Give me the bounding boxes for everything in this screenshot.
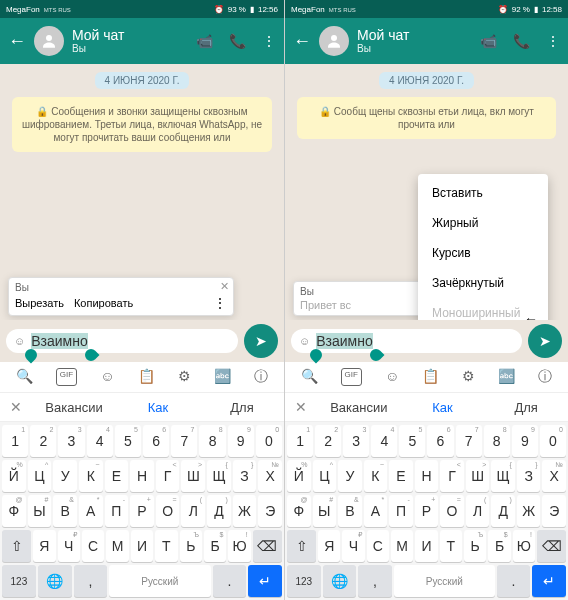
key-2[interactable]: 22 xyxy=(315,425,341,457)
close-suggestions-icon[interactable]: ✕ xyxy=(285,393,317,421)
key-Я[interactable]: Я xyxy=(318,530,340,562)
key-Ц[interactable]: ^Ц xyxy=(313,460,337,492)
key-2[interactable]: 22 xyxy=(30,425,56,457)
cut-action[interactable]: Вырезать xyxy=(15,297,64,309)
key-Щ[interactable]: {Щ xyxy=(491,460,515,492)
emoji-icon[interactable]: ☺ xyxy=(14,335,25,347)
key-З[interactable]: }З xyxy=(517,460,541,492)
suggestion-3[interactable]: Для xyxy=(484,394,568,421)
send-button[interactable]: ➤ xyxy=(244,324,278,358)
key-0[interactable]: 00 xyxy=(540,425,566,457)
key-numbers[interactable]: 123 xyxy=(287,565,321,597)
menu-paste[interactable]: Вставить xyxy=(418,178,548,208)
key-4[interactable]: 44 xyxy=(87,425,113,457)
key-1[interactable]: 11 xyxy=(2,425,28,457)
key-enter[interactable]: ↵ xyxy=(248,565,282,597)
info-icon[interactable]: ⓘ xyxy=(538,368,552,386)
video-call-icon[interactable]: 📹 xyxy=(480,33,497,49)
translate-icon[interactable]: 🔤 xyxy=(214,368,231,386)
key-И[interactable]: И xyxy=(131,530,153,562)
key-С[interactable]: С xyxy=(367,530,389,562)
close-suggestions-icon[interactable]: ✕ xyxy=(0,393,32,421)
key-7[interactable]: 77 xyxy=(456,425,482,457)
key-О[interactable]: =О xyxy=(440,495,464,527)
menu-bold[interactable]: Жирный xyxy=(418,208,548,238)
avatar[interactable] xyxy=(34,26,64,56)
key-1[interactable]: 11 xyxy=(287,425,313,457)
key-С[interactable]: С xyxy=(82,530,104,562)
key-Ф[interactable]: @Ф xyxy=(2,495,26,527)
key-Ж[interactable]: Ж xyxy=(233,495,257,527)
suggestion-2[interactable]: Как xyxy=(116,394,200,421)
key-8[interactable]: 88 xyxy=(484,425,510,457)
key-dot[interactable]: . xyxy=(497,565,531,597)
key-И[interactable]: И xyxy=(415,530,437,562)
key-А[interactable]: *А xyxy=(364,495,388,527)
gif-icon[interactable]: GIF xyxy=(341,368,362,386)
key-comma[interactable]: , xyxy=(358,565,392,597)
search-icon[interactable]: 🔍 xyxy=(301,368,318,386)
key-enter[interactable]: ↵ xyxy=(532,565,566,597)
settings-icon[interactable]: ⚙ xyxy=(178,368,191,386)
key-7[interactable]: 77 xyxy=(171,425,197,457)
key-Й[interactable]: %Й xyxy=(287,460,311,492)
key-Ю[interactable]: !Ю xyxy=(513,530,535,562)
suggestion-1[interactable]: Вакансии xyxy=(32,394,116,421)
key-Э[interactable]: Э xyxy=(258,495,282,527)
key-Й[interactable]: %Й xyxy=(2,460,26,492)
back-icon[interactable]: ← xyxy=(293,31,311,52)
video-call-icon[interactable]: 📹 xyxy=(196,33,213,49)
key-Г[interactable]: <Г xyxy=(440,460,464,492)
key-4[interactable]: 44 xyxy=(371,425,397,457)
send-button[interactable]: ➤ xyxy=(528,324,562,358)
key-Ф[interactable]: @Ф xyxy=(287,495,311,527)
key-Э[interactable]: Э xyxy=(542,495,566,527)
search-icon[interactable]: 🔍 xyxy=(16,368,33,386)
key-Ю[interactable]: !Ю xyxy=(228,530,250,562)
key-Т[interactable]: Т xyxy=(155,530,177,562)
key-Н[interactable]: Н xyxy=(130,460,154,492)
info-icon[interactable]: ⓘ xyxy=(254,368,268,386)
back-icon[interactable]: ← xyxy=(524,311,538,320)
key-globe[interactable]: 🌐 xyxy=(38,565,72,597)
menu-strike[interactable]: Зачёркнутый xyxy=(418,268,548,298)
avatar[interactable] xyxy=(319,26,349,56)
key-З[interactable]: }З xyxy=(233,460,257,492)
key-Д[interactable]: )Д xyxy=(491,495,515,527)
key-0[interactable]: 00 xyxy=(256,425,282,457)
suggestion-2[interactable]: Как xyxy=(401,394,485,421)
menu-italic[interactable]: Курсив xyxy=(418,238,548,268)
key-8[interactable]: 88 xyxy=(199,425,225,457)
key-Е[interactable]: Е xyxy=(389,460,413,492)
clipboard-icon[interactable]: 📋 xyxy=(138,368,155,386)
key-Н[interactable]: Н xyxy=(415,460,439,492)
key-9[interactable]: 99 xyxy=(228,425,254,457)
key-У[interactable]: У xyxy=(338,460,362,492)
message-input-box[interactable]: ☺ Взаимно xyxy=(291,329,522,353)
key-Ш[interactable]: >Ш xyxy=(181,460,205,492)
menu-icon[interactable]: ⋮ xyxy=(546,33,560,49)
chat-title-block[interactable]: Мой чат Вы xyxy=(72,27,188,56)
suggestion-3[interactable]: Для xyxy=(200,394,284,421)
close-icon[interactable]: ✕ xyxy=(220,280,229,293)
voice-call-icon[interactable]: 📞 xyxy=(513,33,530,49)
gif-icon[interactable]: GIF xyxy=(56,368,77,386)
chat-title-block[interactable]: Мой чат Вы xyxy=(357,27,472,56)
key-shift[interactable]: ⇧ xyxy=(287,530,316,562)
key-Г[interactable]: <Г xyxy=(156,460,180,492)
key-М[interactable]: М xyxy=(106,530,128,562)
translate-icon[interactable]: 🔤 xyxy=(498,368,515,386)
key-О[interactable]: =О xyxy=(156,495,180,527)
emoji-icon[interactable]: ☺ xyxy=(299,335,310,347)
message-input[interactable]: Взаимно xyxy=(316,333,514,349)
key-М[interactable]: М xyxy=(391,530,413,562)
key-В[interactable]: &В xyxy=(53,495,77,527)
key-backspace[interactable]: ⌫ xyxy=(253,530,282,562)
key-Л[interactable]: (Л xyxy=(181,495,205,527)
menu-icon[interactable]: ⋮ xyxy=(262,33,276,49)
key-Я[interactable]: Я xyxy=(33,530,55,562)
suggestion-1[interactable]: Вакансии xyxy=(317,394,401,421)
key-backspace[interactable]: ⌫ xyxy=(537,530,566,562)
key-Р[interactable]: +Р xyxy=(415,495,439,527)
key-Б[interactable]: $Б xyxy=(488,530,510,562)
